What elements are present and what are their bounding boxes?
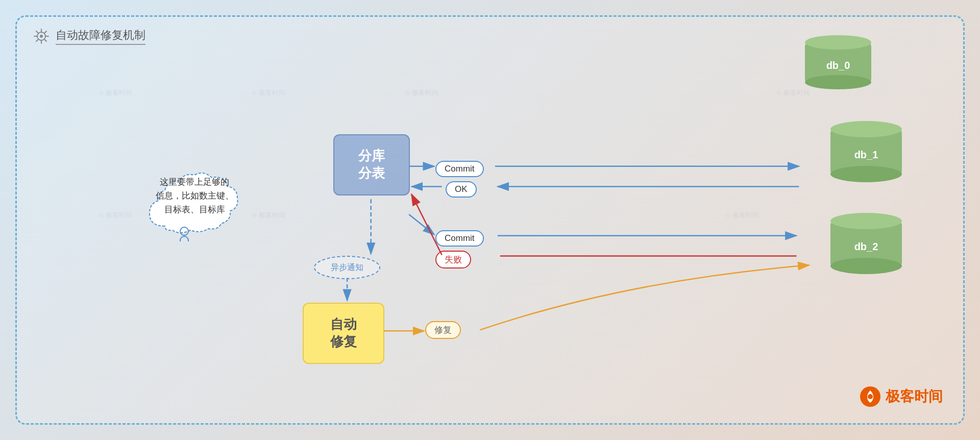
gear-icon bbox=[32, 27, 51, 45]
page-title: 自动故障修复机制 bbox=[56, 28, 145, 45]
svg-line-9 bbox=[36, 40, 38, 42]
db2-node: db_2 bbox=[830, 221, 902, 267]
watermark: ⊙ 极客时间 bbox=[252, 211, 285, 220]
autofix-label: 自动 修复 bbox=[330, 316, 357, 351]
commit1-pill: Commit bbox=[435, 161, 484, 177]
svg-point-28 bbox=[868, 394, 873, 399]
svg-line-8 bbox=[45, 31, 47, 33]
cloud-text: 这里要带上足够的 信息，比如数主键、 目标表、目标库 bbox=[143, 175, 246, 217]
logo-icon bbox=[859, 385, 881, 408]
svg-line-6 bbox=[36, 31, 38, 33]
ok-pill: OK bbox=[446, 181, 477, 198]
db2-label: db_2 bbox=[854, 241, 878, 253]
logo-text: 极客时间 bbox=[886, 387, 943, 406]
logo-area: 极客时间 bbox=[859, 385, 943, 408]
watermark: ⊙ 极客时间 bbox=[776, 88, 810, 97]
svg-line-7 bbox=[45, 40, 47, 42]
svg-line-23 bbox=[411, 194, 442, 255]
async-notify-label: 异步通知 bbox=[314, 256, 380, 279]
watermark: ⊙ 极客时间 bbox=[99, 88, 132, 97]
fail-pill: 失败 bbox=[435, 251, 471, 268]
db1-label: db_1 bbox=[854, 149, 878, 161]
watermark: ⊙ 极客时间 bbox=[405, 88, 438, 97]
watermark: ⊙ 极客时间 bbox=[725, 211, 759, 220]
db1-node: db_1 bbox=[830, 129, 902, 175]
commit2-pill: Commit bbox=[435, 230, 484, 247]
db0-label: db_0 bbox=[826, 60, 850, 71]
main-diagram-container: 自动故障修复机制 ⊙ 极客时间 ⊙ 极客时间 ⊙ 极客时间 ⊙ 极客时间 ⊙ 极… bbox=[15, 15, 965, 425]
svg-point-11 bbox=[180, 236, 188, 241]
autofix-node: 自动 修复 bbox=[303, 303, 384, 364]
title-area: 自动故障修复机制 bbox=[32, 27, 145, 45]
sharding-label: 分库 分表 bbox=[358, 148, 385, 182]
watermark: ⊙ 极客时间 bbox=[99, 211, 132, 220]
fix-pill: 修复 bbox=[425, 321, 461, 339]
watermark: ⊙ 极客时间 bbox=[252, 88, 285, 97]
sharding-node: 分库 分表 bbox=[333, 134, 410, 195]
svg-line-20 bbox=[409, 214, 434, 235]
svg-point-1 bbox=[40, 35, 43, 38]
db0-node: db_0 bbox=[805, 42, 871, 83]
